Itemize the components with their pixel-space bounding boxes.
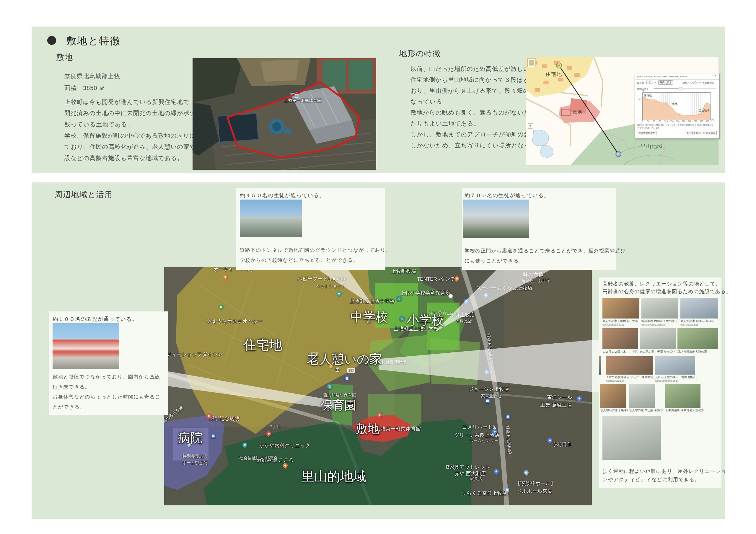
elementary-photo [463, 200, 529, 238]
kindergarten-photo [53, 323, 119, 369]
elevation-window-title: データ:DEM5A,DEM5B,DEM5C,DEM10B,DEMGM [635, 74, 719, 80]
poi-label[interactable]: 家電量販店 [481, 393, 501, 399]
result-thumbnail [600, 384, 626, 408]
poi-label[interactable]: 東洋シール [547, 394, 572, 401]
site-desc-line: 設などの高齢者施設も豊富な地域である。 [65, 154, 183, 162]
callout-text-line: 行き来できる。 [53, 384, 90, 390]
surroundings-map[interactable]: オーチャードベリー パピープードルlucere ペットショップ やまうらオステオ… [164, 267, 592, 505]
transit-icon[interactable] [506, 415, 510, 419]
poi-label[interactable]: 服部記念病院 [209, 415, 239, 422]
zone-label-elementary: 小学校 [407, 312, 444, 329]
callout-text-line: ンやアクティビティなどに利用できる。 [603, 476, 700, 483]
poi-label[interactable]: 上牧町役場 [391, 268, 417, 275]
result-caption: 老人憩の家｜千葉市公式ウェ… [640, 350, 676, 354]
result-thumbnail [603, 328, 638, 349]
poi-label[interactable]: 上牧第一町民体育館 [376, 425, 421, 432]
site-heading: 敷地 [56, 52, 73, 63]
radio-min-elevation[interactable]: ● 最低標高 [703, 81, 714, 84]
terrain-line: なっている。 [411, 98, 448, 106]
poi-label[interactable]: 社会福祉法人 郁慈会 [239, 455, 278, 461]
poi-label[interactable]: 2丁目 [270, 424, 281, 430]
poi-label[interactable]: 居酒屋・お手頃 [522, 279, 551, 284]
chart-note-line2: グラフを作成しています [637, 127, 660, 130]
school-pin-icon[interactable]: 文 [396, 296, 402, 302]
poi-label[interactable]: ベルホール奈良 [517, 488, 553, 494]
axis-length-slider[interactable] [654, 88, 716, 89]
poi-label[interactable]: 工業 葛城工場 [540, 402, 572, 409]
callout-text-line: 道路下のトンネルで敷地右隣のグラウンドとつながっており、 [240, 247, 391, 254]
school-pin-icon[interactable]: 文 [399, 316, 405, 322]
callout-text-line: 敷地と階段でつながっており、園内から直設 [53, 373, 160, 380]
aspect-ratio-suffix: :1 [654, 81, 656, 84]
poi-dot-icon[interactable] [448, 294, 453, 298]
zone-label-nursery: 保育園 [321, 397, 356, 413]
callout-text-line: とができる。 [53, 404, 85, 410]
poi-label[interactable]: ボディーショップダイシン [164, 351, 223, 358]
result-caption: 老人憩の家｜船橋市公式ホームページcity.funabashi.lg.jp [603, 319, 639, 327]
reset-scale-button[interactable]: 等倍に戻す [658, 80, 673, 85]
poi-label[interactable]: りらくる奈良上牧店 [462, 490, 507, 496]
poi-label[interactable]: TENTER -タンテ- [417, 276, 457, 282]
result-thumbnail [629, 384, 655, 408]
site-address: 奈良県北葛城郡上牧 [65, 72, 120, 80]
site-desc-line: ており、住民の高齢化が進み、老人憩いの家や介護施 [65, 143, 214, 151]
nursery-pin-icon[interactable]: 文 [327, 384, 333, 389]
aspect-ratio-input[interactable]: 7 [646, 81, 653, 84]
result-thumbnail [680, 298, 718, 318]
poi-label[interactable]: やまうらオステオパシー [207, 318, 263, 325]
terrain-heading: 地形の特徴 [399, 48, 441, 59]
topo-start-marker: 始 [557, 64, 560, 67]
poi-label[interactable]: スーパーおくやま上牧店 [476, 284, 532, 291]
reset-state-button[interactable]: 初期状態に戻す [637, 131, 657, 135]
callout-heading: 高齢者の心身の健康の増進を図るための施設である。 [603, 288, 731, 295]
result-caption: 老人憩いの家｜焼津市社会福… [600, 409, 628, 412]
poi-label[interactable]: (株)日伸 [554, 441, 572, 448]
zone-label-residential: 住宅地 [243, 336, 282, 354]
elevation-profile-window: データ:DEM5A,DEM5B,DEM5C,DEM10B,DEMGM −✕ 縦横… [635, 74, 720, 139]
poi-label[interactable]: ジョーシン上牧店 [468, 386, 509, 393]
poi-label[interactable]: ペットショップ [316, 284, 345, 289]
poi-label[interactable]: 味の六酔 [523, 271, 543, 278]
result-caption: 施設案内 内田老人憩の家｜犬山市city.inuyama.aichi.jp [641, 319, 678, 327]
save-graph-button[interactable]: グラフを保存 [685, 131, 702, 135]
poi-label[interactable]: 【家族葬ホール】 [515, 480, 556, 487]
callout-heading: 約４５０名の生徒が通っている。 [240, 192, 325, 199]
callout-text-line: お昼休憩などのちょっとした時間にも寄るこ [53, 393, 161, 400]
poi-label[interactable]: かがや内科クリニック [259, 442, 310, 449]
save-route-button[interactable]: 経路を保存 [702, 131, 717, 135]
site-area: 面積 3850 ㎡ [65, 84, 105, 92]
poi-label[interactable]: 衣料品店 [455, 318, 472, 324]
result-thumbnail [599, 356, 601, 375]
transit-icon[interactable] [345, 376, 349, 381]
poi-label[interactable]: ホーム郁慈苑 [182, 460, 208, 466]
poi-label[interactable]: 家具店 [470, 476, 482, 481]
topo-zoom-in-button[interactable]: + [528, 123, 533, 129]
result-caption: 十津川温泉 湯泉地老人憩の家 憩の湯 [665, 409, 703, 412]
poi-label[interactable]: 上牧町立上牧中学校 [350, 298, 395, 305]
terrain-line: たりもよい土地である。 [411, 120, 480, 127]
result-caption: 元町老人憩の家 - 二宮町 地域包括ケア支援シ…kana.rakuraku.or… [655, 376, 695, 383]
callout-text-line: 学校の正門から裏道を通ることで来ることができ、屋外授業や遊び [465, 247, 626, 254]
poi-label[interactable]: B家具アウトレット [446, 464, 490, 470]
result-caption: 老人憩の家 大山台 新潟市 [629, 409, 664, 412]
poi-label[interactable]: コメリハード& [462, 424, 496, 430]
close-icon[interactable]: ✕ [714, 74, 717, 77]
radio-zero[interactable]: ◯ 0m [694, 81, 701, 84]
poi-label[interactable]: 特別養護老人 [182, 454, 207, 459]
zone-label-satoyama: 里山的地域 [301, 468, 366, 485]
transit-icon[interactable] [211, 434, 216, 438]
zone-label-elder-house: 老人憩いの家 [307, 351, 382, 367]
aerial-photo-graphic [193, 58, 376, 170]
poi-label[interactable]: ホームセンター [469, 438, 499, 443]
x-unit-label: (m) [711, 119, 714, 120]
topo-label-site: 敷地 [573, 109, 583, 115]
poi-label[interactable]: パピープードルlucere [297, 276, 346, 282]
result-caption: １２月１２日（木）、中宮老人憩の… [603, 350, 638, 354]
result-photo-large [603, 416, 661, 460]
window-controls: −✕ [712, 74, 717, 77]
slider-knob[interactable] [679, 87, 682, 90]
transit-icon[interactable] [485, 399, 490, 403]
poi-label[interactable]: 奈良上牧店 [450, 311, 475, 318]
poi-label[interactable]: 上牧小学校学童保育所 [400, 290, 450, 296]
callout-heading: 約１００名の園児が通っている。 [53, 315, 138, 323]
